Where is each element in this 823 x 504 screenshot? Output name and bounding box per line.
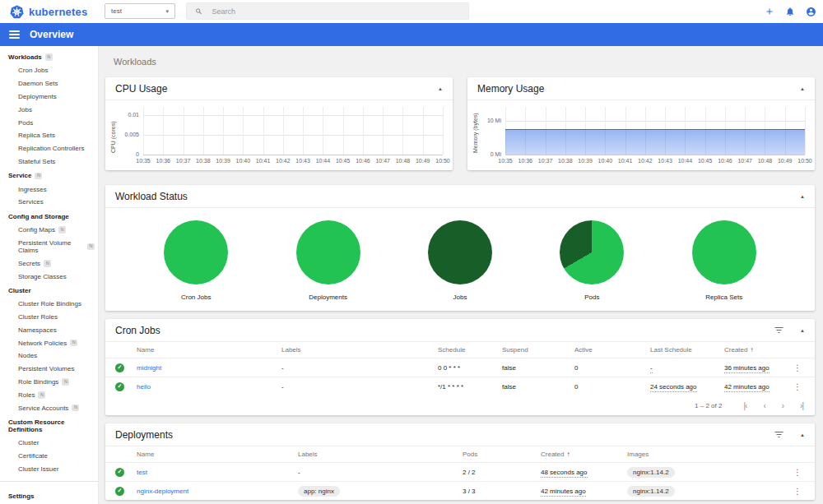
cell-created: 42 minutes ago (541, 488, 627, 495)
column-header-labels[interactable]: Labels (298, 451, 463, 458)
gridline (283, 107, 284, 155)
sidebar-item-cluster-roles[interactable]: Cluster Roles (0, 311, 98, 324)
x-tick-label: 10:42 (638, 158, 653, 164)
sidebar-item-service-accounts[interactable]: Service AccountsN (0, 401, 98, 414)
column-header-label: Labels (281, 346, 301, 354)
sidebar-item-cron-jobs[interactable]: Cron Jobs (0, 64, 98, 77)
name-link[interactable]: nginx-deployment (137, 488, 188, 495)
sidebar-item-jobs[interactable]: Jobs (0, 103, 98, 116)
sidebar-item-replication-controllers[interactable]: Replication Controllers (0, 142, 98, 155)
cron-jobs-table-footer: 1 – 2 of 2 |‹‹››| (105, 395, 815, 415)
namespaced-badge: N (45, 53, 53, 61)
sidebar-item-cluster-role-bindings[interactable]: Cluster Role Bindings (0, 298, 98, 311)
sidebar-item-label: Role Bindings (18, 378, 58, 386)
column-header-active[interactable]: Active (574, 346, 650, 354)
collapse-icon[interactable]: ▲ (438, 86, 443, 91)
collapse-icon[interactable]: ▲ (800, 194, 805, 199)
workload-pie-jobs: Jobs (407, 220, 514, 301)
label-chip: app: nginx (298, 486, 340, 497)
notifications-button[interactable] (785, 7, 795, 16)
name-link[interactable]: midnight (137, 364, 161, 372)
column-header-last-schedule[interactable]: Last Schedule (650, 346, 724, 354)
status-cell: ✓ (115, 363, 137, 372)
sidebar-section-custom-resource-definitions[interactable]: Custom Resource Definitions (0, 414, 98, 437)
sidebar-item-label: Persistent Volumes (18, 365, 74, 372)
name-link[interactable]: hello (137, 383, 151, 391)
x-tick-label: 10:35 (498, 158, 513, 164)
column-header-name[interactable]: Name (137, 346, 281, 354)
collapse-icon[interactable]: ▲ (800, 432, 805, 437)
memory-chart-plot: 0 Mi10 Mi10:3510:3610:3710:3810:3910:401… (505, 107, 805, 155)
pagination-range: 1 – 2 of 2 (695, 402, 722, 409)
sidebar-item-persistent-volume-claims[interactable]: Persistent Volume ClaimsN (0, 237, 98, 257)
collapse-icon[interactable]: ▲ (800, 328, 805, 333)
sidebar-item-namespaces[interactable]: Namespaces (0, 324, 98, 337)
column-header-created[interactable]: Created↑ (541, 451, 627, 458)
account-button[interactable] (806, 7, 816, 17)
name-link[interactable]: test (137, 469, 147, 476)
sidebar-item-config-maps[interactable]: Config MapsN (0, 224, 98, 237)
column-header-label: Schedule (438, 346, 465, 354)
pagination-last-button[interactable]: ›| (800, 401, 803, 410)
sidebar-item-role-bindings[interactable]: Role BindingsN (0, 376, 98, 389)
pagination-prev-button[interactable]: ‹ (763, 401, 765, 410)
pagination-first-button[interactable]: |‹ (743, 401, 746, 410)
row-menu-button[interactable]: ⋮ (790, 468, 805, 477)
row-menu-button[interactable]: ⋮ (790, 487, 805, 496)
x-tick-label: 10:36 (518, 158, 533, 164)
create-button[interactable] (765, 7, 774, 16)
sidebar-item-ingresses[interactable]: Ingresses (0, 183, 98, 196)
sidebar-item-label: Namespaces (18, 326, 57, 334)
sidebar-item-storage-classes[interactable]: Storage Classes (0, 270, 98, 283)
column-header-schedule[interactable]: Schedule (438, 346, 502, 354)
sidebar-section-config-and-storage[interactable]: Config and Storage (0, 209, 98, 224)
deployments-title: Deployments (115, 429, 173, 441)
column-header-created[interactable]: Created↑ (724, 346, 790, 354)
collapse-icon[interactable]: ▲ (800, 86, 805, 91)
row-menu-button[interactable]: ⋮ (790, 382, 805, 391)
timeago-value: - (650, 364, 653, 373)
x-tick-label: 10:48 (396, 158, 411, 164)
sidebar-item-stateful-sets[interactable]: Stateful Sets (0, 155, 98, 168)
pagination-next-button[interactable]: › (782, 401, 783, 410)
memory-y-axis-label: Memory (bytes) (472, 105, 478, 153)
sidebar-item-secrets[interactable]: SecretsN (0, 257, 98, 270)
timeago-value: 42 minutes ago (724, 383, 770, 392)
pie-chart-label: Replica Sets (671, 294, 778, 301)
sidebar-section-workloads[interactable]: WorkloadsN (0, 49, 98, 64)
filter-button[interactable] (774, 326, 783, 334)
sidebar-item-services[interactable]: Services (0, 196, 98, 209)
sidebar-item-certificate[interactable]: Certificate (0, 450, 98, 463)
namespace-selector[interactable]: test ▾ (105, 3, 175, 19)
sidebar-item-deployments[interactable]: Deployments (0, 90, 98, 104)
y-tick-label: 0 Mi (491, 151, 501, 157)
sidebar-item-replica-sets[interactable]: Replica Sets (0, 129, 98, 142)
x-tick-label: 10:40 (598, 158, 613, 164)
sidebar-item-cluster[interactable]: Cluster (0, 437, 98, 450)
search-input[interactable] (210, 7, 460, 16)
column-header-pods[interactable]: Pods (463, 451, 541, 458)
sidebar-item-persistent-volumes[interactable]: Persistent Volumes (0, 363, 98, 376)
kubernetes-logo[interactable]: kubernetes (10, 5, 87, 19)
search-bar[interactable] (186, 2, 469, 20)
filter-button[interactable] (774, 431, 783, 438)
sidebar-item-network-policies[interactable]: Network PoliciesN (0, 336, 98, 349)
row-menu-button[interactable]: ⋮ (790, 363, 805, 372)
sidebar-item-roles[interactable]: RolesN (0, 388, 98, 401)
menu-icon[interactable] (9, 30, 20, 39)
x-tick-label: 10:42 (276, 158, 291, 164)
sidebar-section-service[interactable]: ServiceN (0, 168, 98, 183)
sidebar-item-settings[interactable]: Settings (0, 488, 98, 504)
column-header-label: Last Schedule (650, 346, 692, 354)
sidebar-item-pods[interactable]: Pods (0, 116, 98, 129)
x-tick-label: 10:43 (658, 158, 672, 164)
sidebar-item-cluster-issuer[interactable]: Cluster Issuer (0, 463, 98, 476)
sidebar-item-daemon-sets[interactable]: Daemon Sets (0, 77, 98, 90)
top-header: kubernetes test ▾ (0, 0, 823, 23)
sidebar-item-nodes[interactable]: Nodes (0, 349, 98, 363)
sidebar-section-cluster[interactable]: Cluster (0, 283, 98, 298)
column-header-images[interactable]: Images (627, 451, 790, 458)
column-header-labels[interactable]: Labels (281, 346, 438, 354)
column-header-name[interactable]: Name (137, 451, 298, 458)
column-header-suspend[interactable]: Suspend (502, 346, 574, 354)
